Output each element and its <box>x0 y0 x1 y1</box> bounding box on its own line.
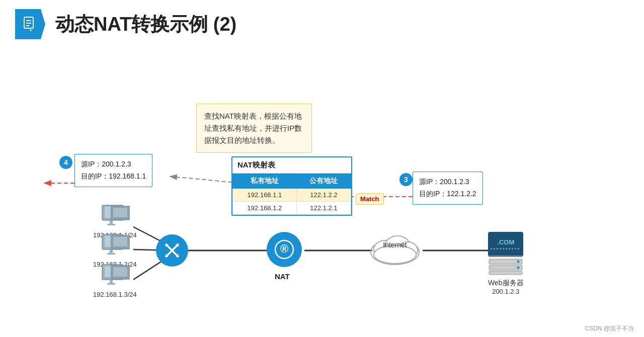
nat-cell-private: 192.168.1.2 <box>233 202 297 215</box>
web-server-device: .COM Web服务器 200.1.2.3 <box>488 232 524 295</box>
nat-table-row: 192.168.1.2122.1.2.1 <box>233 202 351 215</box>
nat-router-icon: ® <box>273 238 295 261</box>
nat-table-container: NAT映射表 私有地址 公有地址 192.168.1.1122.1.2.2192… <box>231 156 352 216</box>
info-box-3: 源IP：200.1.2.3 目的IP：122.1.2.2 <box>413 172 483 205</box>
web-server-ip: 200.1.2.3 <box>492 288 519 295</box>
nat-col-public: 公有地址 <box>296 174 351 189</box>
document-icon <box>22 16 38 32</box>
diagram: 查找NAT映射表，根据公有地址查找私有地址，并进行IP数据报文目的地址转换。 4… <box>0 48 644 337</box>
footer-text: CSDN @混子不当 <box>585 325 634 332</box>
tooltip-text: 查找NAT映射表，根据公有地址查找私有地址，并进行IP数据报文目的地址转换。 <box>204 112 302 144</box>
svg-text:®: ® <box>280 242 288 255</box>
svg-rect-46 <box>489 271 522 275</box>
nat-table: 私有地址 公有地址 192.168.1.1122.1.2.2192.168.1.… <box>232 174 351 215</box>
step-3-badge: 3 <box>399 173 413 186</box>
svg-rect-28 <box>107 283 115 285</box>
svg-rect-16 <box>107 224 115 225</box>
pc1-icon <box>100 204 130 229</box>
pc3-icon <box>100 264 130 289</box>
switch-icon <box>162 240 183 261</box>
step-4-badge: 4 <box>59 156 72 169</box>
step4-dst-ip: 目的IP：192.168.1.1 <box>81 171 146 183</box>
svg-rect-18 <box>113 208 127 217</box>
nat-cell-public: 122.1.2.2 <box>296 189 351 202</box>
step3-dst-ip: 目的IP：122.1.2.2 <box>419 188 476 200</box>
nat-label: NAT <box>275 272 290 281</box>
step3-src-ip: 源IP：200.1.2.3 <box>419 176 476 188</box>
switch-device <box>156 234 188 267</box>
match-badge: Match <box>356 193 384 205</box>
svg-point-47 <box>517 261 520 263</box>
svg-rect-30 <box>113 267 127 277</box>
nat-table-row: 192.168.1.1122.1.2.2 <box>233 189 351 202</box>
nat-cell-private: 192.168.1.1 <box>233 189 297 202</box>
web-server-label: Web服务器 <box>488 279 524 288</box>
pc2-icon <box>100 233 130 259</box>
info-box-4: 源IP：200.1.2.3 目的IP：192.168.1.1 <box>74 154 152 187</box>
nat-col-private: 私有地址 <box>233 174 297 189</box>
nat-table-title: NAT映射表 <box>232 157 351 174</box>
pc2-device: 192.168.1.2/24 <box>93 233 137 268</box>
svg-rect-21 <box>110 250 113 253</box>
svg-rect-24 <box>113 237 127 246</box>
nat-router-device: ® <box>267 232 302 267</box>
pc3-device: 192.168.1.3/24 <box>93 264 137 298</box>
internet-label: Internet <box>367 241 423 249</box>
header-icon-box <box>15 9 45 39</box>
tooltip-box: 查找NAT映射表，根据公有地址查找私有地址，并进行IP数据报文目的地址转换。 <box>196 104 312 153</box>
header: 动态NAT转换示例 (2) <box>0 0 644 48</box>
svg-rect-22 <box>107 253 115 255</box>
com-badge: .COM <box>488 232 523 257</box>
web-server-icon <box>488 258 523 276</box>
nat-cell-public: 122.1.2.1 <box>296 202 351 215</box>
footer: CSDN @混子不当 <box>585 324 634 333</box>
internet-cloud: Internet <box>367 227 423 269</box>
svg-point-48 <box>517 267 520 269</box>
pc3-label: 192.168.1.3/24 <box>93 291 137 298</box>
step4-src-ip: 源IP：200.1.2.3 <box>81 158 146 171</box>
svg-rect-27 <box>110 280 113 283</box>
svg-rect-15 <box>110 221 113 224</box>
page-title: 动态NAT转换示例 (2) <box>55 12 236 37</box>
